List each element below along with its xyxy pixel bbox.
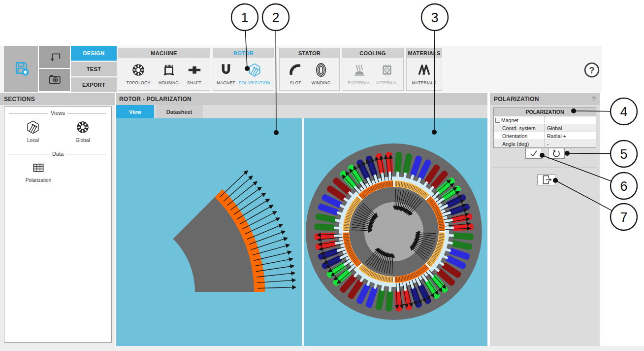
ribbon-item-polarization[interactable]: POLARIZATION [239, 63, 270, 85]
magnet-icon [219, 63, 233, 79]
row-label-cell: Angle (deg) [494, 140, 545, 147]
ribbon-group-body: EXTERNALINTERNAL [342, 58, 403, 90]
ribbon-item-topology[interactable]: TOPOLOGY [126, 63, 150, 85]
ribbon-item-external[interactable]: EXTERNAL [348, 63, 370, 85]
polarization-table: POLARIZATIONMagnetCoord. systemGlobalOri… [493, 107, 596, 148]
sections-row: LocalGlobal [4, 116, 111, 143]
row-value[interactable]: - [545, 141, 596, 147]
svg-text:?: ? [589, 66, 594, 75]
ribbon-item-label: POLARIZATION [239, 80, 270, 85]
section-item-local[interactable]: Local [12, 120, 54, 143]
section-item-global[interactable]: Global [62, 120, 104, 143]
ribbon-group-body: TOPOLOGYHOUSINGSHAFT [118, 58, 210, 90]
ribbon-item-label: EXTERNAL [348, 80, 370, 85]
slot-icon [288, 63, 303, 79]
apply-button[interactable] [525, 148, 542, 159]
topology-icon [131, 63, 146, 79]
ribbon-item-housing[interactable]: HOUSING [159, 63, 179, 85]
export-button[interactable] [537, 175, 555, 185]
snip-button[interactable] [39, 46, 70, 68]
divider [9, 113, 48, 113]
global-machine-view[interactable] [304, 118, 487, 346]
ribbon-item-slot[interactable]: SLOT [288, 63, 303, 85]
ribbon-group-title: MATERIALS [407, 48, 442, 58]
ribbon-group-machine: MACHINETOPOLOGYHOUSINGSHAFT [118, 48, 210, 91]
quick-access-toolbar: DESIGNTESTEXPORT [4, 46, 117, 92]
local-pole-view[interactable] [116, 118, 302, 346]
main-panel-title: ROTOR - POLARIZATION [116, 93, 487, 105]
reset-button[interactable] [548, 148, 565, 159]
ribbon-item-winding[interactable]: WINDING [312, 63, 331, 85]
svg-text:1: 1 [241, 10, 248, 25]
sections-legend: Data [9, 151, 106, 157]
divider [493, 168, 597, 168]
snip-arrow-icon [47, 49, 62, 66]
table-row[interactable]: Angle (deg)- [494, 140, 596, 147]
ribbon-group-title: ROTOR [213, 48, 274, 58]
save-button[interactable] [4, 46, 38, 92]
local-view-icon [12, 120, 54, 137]
svg-text:5: 5 [620, 147, 627, 162]
svg-text:4: 4 [620, 105, 627, 119]
ribbon-item-label: SLOT [290, 80, 301, 85]
table-row[interactable]: Magnet [494, 116, 596, 124]
data-table-icon [17, 161, 60, 176]
sections-legend-label: Views [48, 110, 67, 116]
section-item-label: Local [12, 138, 54, 143]
screenshot-button[interactable] [39, 69, 70, 91]
ribbon-item-internal[interactable]: INTERNAL [376, 63, 398, 85]
table-row[interactable]: Coord. systemGlobal [494, 124, 596, 132]
ribbon-group-cooling: COOLINGEXTERNALINTERNAL [342, 48, 404, 91]
ribbon-item-label: WINDING [312, 80, 331, 85]
row-label: Angle (deg) [502, 141, 529, 147]
row-label: Magnet [501, 117, 518, 123]
sections-box: ViewsLocalGlobalDataPolarization [4, 106, 112, 343]
ribbon: DESIGNTESTEXPORT MACHINETOPOLOGYHOUSINGS… [0, 46, 602, 92]
tree-expander-icon[interactable] [495, 118, 500, 123]
ribbon-item-label: MAGNET [217, 80, 235, 85]
view-tabstrip: ViewDatasheet [116, 105, 487, 118]
file-tab-export[interactable]: EXPORT [71, 77, 117, 92]
divider [66, 154, 106, 154]
svg-text:3: 3 [431, 10, 438, 25]
row-value[interactable]: Global [545, 125, 596, 131]
file-tab-test[interactable]: TEST [71, 62, 117, 76]
sections-panel-title: SECTIONS [0, 93, 115, 105]
ribbon-group-body: SLOTWINDING [280, 58, 339, 90]
save-icon [13, 60, 30, 78]
section-item-polarization[interactable]: Polarization [17, 161, 60, 183]
status-strip [0, 346, 644, 351]
row-label: Coord. system [502, 125, 536, 131]
row-label: Orientation [502, 133, 527, 139]
ribbon-item-label: SHAFT [187, 80, 201, 85]
sections-row: Polarization [4, 157, 111, 183]
file-tab-design[interactable]: DESIGN [71, 46, 117, 61]
ribbon-group-title: COOLING [342, 48, 403, 58]
help-button[interactable]: ? [583, 62, 600, 78]
svg-text:6: 6 [620, 179, 627, 194]
sections-legend: Views [9, 110, 106, 116]
cooling-external-icon [352, 63, 367, 79]
table-row[interactable]: OrientationRadial + [494, 132, 596, 140]
tab-view[interactable]: View [116, 105, 154, 118]
section-item-label: Polarization [17, 177, 60, 183]
divider [67, 113, 106, 113]
ribbon-item-label: INTERNAL [376, 80, 398, 85]
ribbon-item-magnet[interactable]: MAGNET [217, 63, 235, 85]
ribbon-group-body: MAGNETPOLARIZATION [213, 58, 274, 90]
tab-datasheet[interactable]: Datasheet [156, 105, 203, 118]
svg-text:7: 7 [620, 210, 627, 225]
ribbon-item-shaft[interactable]: SHAFT [187, 63, 202, 85]
housing-icon [161, 63, 176, 79]
shaft-icon [187, 63, 202, 79]
polarization-properties-panel: POLARIZATION ? POLARIZATIONMagnetCoord. … [490, 93, 600, 346]
row-label-cell: Magnet [494, 116, 545, 124]
properties-help-icon[interactable]: ? [592, 95, 596, 103]
ribbon-item-label: TOPOLOGY [126, 80, 150, 85]
ribbon-item-materials[interactable]: MATERIALS [412, 63, 436, 85]
ribbon-group-materials: MATERIALSMATERIALS [406, 48, 442, 91]
winding-icon [314, 63, 328, 79]
row-value[interactable]: Radial + [545, 133, 596, 139]
ribbon-group-stator: STATORSLOTWINDING [279, 48, 340, 91]
view-area [116, 118, 487, 346]
